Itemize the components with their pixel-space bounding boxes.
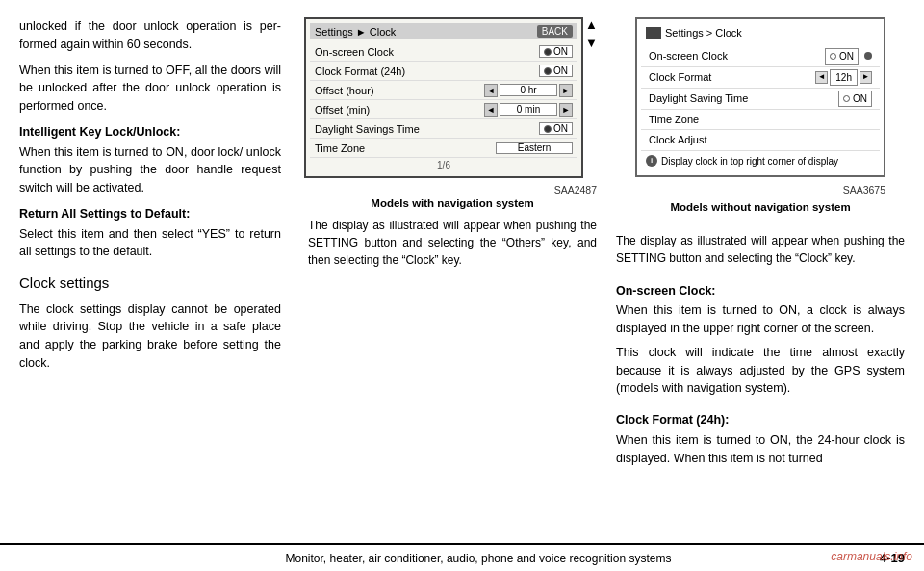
left-para4: Select this item and then select “YES” t… — [19, 225, 281, 262]
no-nav-value-1: ON — [825, 48, 872, 65]
no-nav-value-3: ON — [838, 91, 872, 107]
nav-row-value-2: ON — [539, 65, 573, 77]
no-nav-on-badge-2[interactable]: ON — [838, 91, 872, 107]
nav-row-clock-format: Clock Format (24h) ON — [310, 62, 578, 81]
no-nav-radio-1 — [830, 53, 836, 60]
no-nav-title-text: Settings > Clock — [665, 25, 742, 41]
right-para-on-screen2: This clock will indicate the time almost… — [616, 344, 905, 398]
nav-row-timezone: Time Zone Eastern — [310, 139, 578, 158]
on-badge-1[interactable]: ON — [539, 45, 573, 58]
saa-middle: SAA2487 — [308, 184, 597, 195]
nav-row-label-4: Offset (min) — [315, 104, 484, 116]
radio-dot-1 — [544, 48, 552, 56]
indicator-dot-1 — [864, 52, 872, 60]
no-nav-label-4: Time Zone — [649, 112, 872, 128]
left-para2: When this item is turned to OFF, all the… — [19, 62, 281, 116]
page-indicator: 1/6 — [310, 158, 578, 172]
arrow-left-min[interactable]: ◄ — [484, 103, 498, 117]
arrow-right-format[interactable]: ► — [860, 71, 872, 84]
nav-row-offset-min: Offset (min) ◄ 0 min ► — [310, 100, 578, 119]
nav-screen-wrapper: Settings ► Clock BACK On-screen Clock ON — [304, 17, 601, 184]
left-column: unlocked if the door unlock operation is… — [19, 17, 298, 533]
nav-row-label-2: Clock Format (24h) — [315, 65, 539, 77]
arrow-left-hour[interactable]: ◄ — [484, 84, 498, 97]
heading-clock-format: Clock Format (24h): — [616, 411, 905, 429]
right-para-on-screen1: When this item is turned to ON, a clock … — [616, 301, 905, 338]
right-column: Settings > Clock On-screen Clock ON — [606, 17, 905, 533]
nav-row-value-1: ON — [539, 45, 573, 58]
nav-row-value-3: ◄ 0 hr ► — [484, 84, 573, 97]
heading-on-screen-clock: On-screen Clock: — [616, 282, 905, 300]
page-container: unlocked if the door unlock operation is… — [0, 0, 924, 571]
no-nav-label-1: On-screen Clock — [649, 48, 825, 65]
no-nav-label-5: Clock Adjust — [649, 132, 872, 148]
no-nav-value-2: ◄ 12h ► — [815, 69, 872, 86]
left-para5: The clock settings display cannot be ope… — [19, 300, 281, 373]
no-nav-screen: Settings > Clock On-screen Clock ON — [635, 17, 886, 177]
nav-row-value-4: ◄ 0 min ► — [484, 103, 573, 117]
nav-row-value-6: Eastern — [496, 142, 573, 154]
left-para1: unlocked if the door unlock operation is… — [19, 17, 281, 54]
side-arrow-up[interactable]: ▲ — [585, 17, 601, 33]
no-nav-radio-2 — [843, 95, 850, 102]
page-number: 4-19 — [880, 551, 905, 565]
radio-dot-2 — [544, 67, 552, 75]
nav-row-value-5: ON — [539, 122, 573, 135]
no-nav-on-badge-1[interactable]: ON — [825, 48, 859, 65]
no-nav-label-3: Daylight Saving Time — [649, 91, 838, 107]
screen-label-middle: Models with navigation system — [371, 197, 533, 209]
screen-icon — [646, 27, 661, 39]
heading-intelligent-key: Intelligent Key Lock/Unlock: — [19, 123, 281, 142]
on-badge-2[interactable]: ON — [539, 65, 573, 77]
left-para3: When this item is turned to ON, door loc… — [19, 143, 281, 197]
arrow-left-format[interactable]: ◄ — [815, 71, 828, 84]
footer-center-text: Monitor, heater, air conditioner, audio,… — [77, 552, 880, 565]
offset-hour-value: 0 hr — [500, 84, 557, 96]
saa-right: SAA3675 — [635, 183, 886, 198]
section-title-clock: Clock settings — [19, 273, 281, 295]
no-nav-row-4: Time Zone — [641, 110, 880, 131]
no-nav-row-3: Daylight Saving Time ON — [641, 89, 880, 110]
nav-row-offset-hour: Offset (hour) ◄ 0 hr ► — [310, 81, 578, 100]
right-top-screen-area: Settings > Clock On-screen Clock ON — [616, 17, 905, 224]
right-para-clock-format: When this item is turned to ON, the 24-h… — [616, 431, 905, 468]
side-arrow-down[interactable]: ▼ — [585, 36, 601, 51]
middle-column: Settings ► Clock BACK On-screen Clock ON — [298, 17, 606, 533]
nav-row-dst: Daylight Savings Time ON — [310, 119, 578, 139]
timezone-dropdown[interactable]: Eastern — [496, 142, 573, 154]
main-content: unlocked if the door unlock operation is… — [0, 0, 924, 543]
no-nav-row-1: On-screen Clock ON — [641, 46, 880, 67]
nav-row-label-6: Time Zone — [315, 143, 496, 154]
nav-row-onscreen-clock: On-screen Clock ON — [310, 42, 578, 62]
page-footer: Monitor, heater, air conditioner, audio,… — [0, 543, 924, 571]
nav-row-label-3: Offset (hour) — [315, 85, 484, 96]
no-nav-row-5: Clock Adjust — [641, 130, 880, 151]
nav-screen-title-bar: Settings ► Clock BACK — [310, 23, 578, 39]
nav-row-label-1: On-screen Clock — [315, 46, 539, 58]
arrow-right-hour[interactable]: ► — [559, 84, 573, 97]
nav-row-label-5: Daylight Savings Time — [315, 123, 539, 135]
offset-min-value: 0 min — [500, 103, 557, 116]
no-nav-label-2: Clock Format — [649, 69, 815, 86]
info-icon: i — [646, 155, 657, 167]
format-value: 12h — [830, 69, 858, 86]
no-nav-title-bar: Settings > Clock — [641, 23, 880, 43]
info-row: i Display clock in top right corner of d… — [641, 151, 880, 171]
radio-dot-3 — [544, 125, 552, 133]
info-text: Display clock in top right corner of dis… — [661, 154, 838, 169]
right-caption: The display as illustrated will appear w… — [616, 232, 905, 267]
middle-caption: The display as illustrated will appear w… — [308, 217, 597, 269]
back-button[interactable]: BACK — [537, 25, 573, 38]
nav-screen: Settings ► Clock BACK On-screen Clock ON — [304, 17, 583, 178]
heading-return-settings: Return All Settings to Default: — [19, 205, 281, 223]
on-badge-3[interactable]: ON — [539, 122, 573, 135]
arrow-right-min[interactable]: ► — [559, 103, 573, 117]
nav-screen-side-arrows: ▲ ▼ — [583, 17, 601, 51]
nav-title-text: Settings ► Clock — [315, 26, 396, 38]
no-nav-row-2: Clock Format ◄ 12h ► — [641, 67, 880, 89]
screen-label-right: Models without navigation system — [670, 199, 850, 216]
